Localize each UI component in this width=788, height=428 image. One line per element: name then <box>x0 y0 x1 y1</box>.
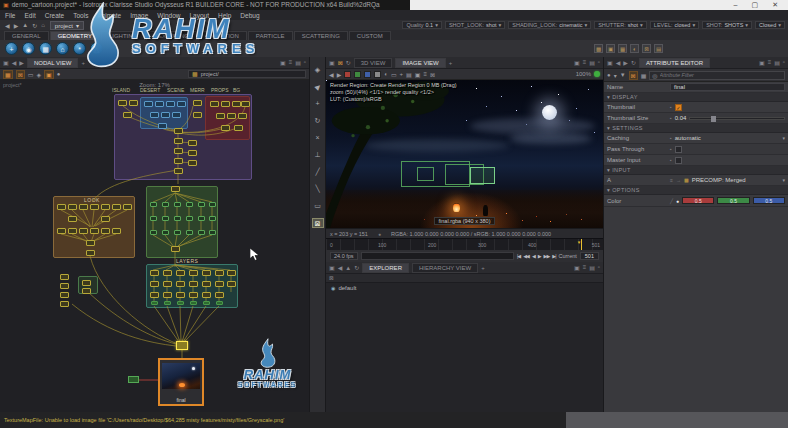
go-start-button[interactable]: |◀ <box>517 253 520 259</box>
graph-node[interactable] <box>193 100 202 106</box>
camera-lock-icon[interactable]: ⊠ <box>338 59 343 66</box>
refresh-icon[interactable]: ↻ <box>354 264 359 271</box>
play-button[interactable]: ▶ <box>538 253 541 259</box>
thumbnail-checkbox[interactable]: ✓ <box>675 104 682 111</box>
focus-icon[interactable]: ◈ <box>36 71 41 78</box>
shot-look-dropdown[interactable]: SHOT_LOOK:shot▾ <box>445 21 505 29</box>
prev-key-button[interactable]: ◀◀ <box>523 253 529 259</box>
section-display[interactable]: ▾ DISPLAY <box>604 93 788 102</box>
graph-node[interactable] <box>162 230 169 235</box>
project-tab[interactable]: project ▾ <box>50 21 84 30</box>
filter-icon[interactable]: ⊠ <box>329 275 334 281</box>
expand-all-icon[interactable]: ▦ <box>641 72 647 79</box>
graph-node[interactable] <box>150 202 157 207</box>
region-icon[interactable]: ⊠ <box>430 71 435 78</box>
graph-node[interactable] <box>150 292 159 298</box>
closed-dropdown[interactable]: Closed▾ <box>755 21 785 29</box>
graph-node[interactable] <box>163 292 172 298</box>
shelf-tool-icon[interactable]: ▩ <box>594 44 603 53</box>
nodal-breadcrumb[interactable]: ▩ project/ <box>188 70 306 78</box>
back-icon[interactable]: ◀ <box>338 264 343 271</box>
forward-icon[interactable]: ▶ <box>623 59 628 66</box>
graph-node[interactable] <box>60 274 69 280</box>
menu-image[interactable]: Image <box>130 12 148 19</box>
graph-node[interactable] <box>202 270 211 276</box>
graph-node[interactable] <box>174 158 183 164</box>
detach-icon[interactable]: ▫ <box>783 59 785 66</box>
graph-node[interactable] <box>198 230 205 235</box>
tab-scattering[interactable]: SCATTERING <box>294 31 348 40</box>
frame-tool-icon[interactable]: ▭ <box>312 201 324 211</box>
panel-menu-icon[interactable]: ▣ <box>329 59 335 66</box>
split-icon[interactable]: ▣ <box>759 59 765 66</box>
graph-node[interactable] <box>186 202 193 207</box>
create-cone-icon[interactable]: △ <box>90 42 103 55</box>
graph-node[interactable] <box>221 101 230 107</box>
graph-node[interactable] <box>177 301 184 305</box>
red-channel-toggle[interactable] <box>344 71 351 78</box>
tab-hierarchy-view[interactable]: HIERARCHY VIEW <box>412 263 478 273</box>
overview-icon[interactable]: ▣ <box>44 70 54 79</box>
graph-node[interactable] <box>188 140 197 146</box>
back-icon[interactable]: ◀ <box>12 59 17 66</box>
shading-look-dropdown[interactable]: SHADING_LOOK:cinematic▾ <box>508 21 591 29</box>
layout-icon[interactable]: ▤ <box>589 264 595 271</box>
color-r-field[interactable]: 0.5 <box>682 197 714 204</box>
section-settings[interactable]: ▾ SETTINGS <box>604 124 788 133</box>
shutter-dropdown[interactable]: SHUTTER:shot▾ <box>594 21 647 29</box>
graph-node[interactable] <box>186 216 193 221</box>
detach-icon[interactable]: ▫ <box>304 59 306 66</box>
graph-node[interactable] <box>129 100 138 106</box>
blue-channel-toggle[interactable] <box>364 71 371 78</box>
fps-field[interactable]: 24.0 fps <box>330 252 358 260</box>
scale-tool-icon[interactable]: × <box>312 133 324 143</box>
pin-attributes-icon[interactable]: ⊠ <box>629 71 638 80</box>
tab-nodal-view[interactable]: NODAL VIEW <box>27 58 78 68</box>
add-tab-icon[interactable]: + <box>481 265 485 271</box>
quality-dropdown[interactable]: Quality0.1▾ <box>402 21 442 29</box>
maximize-icon[interactable]: ▢ <box>752 0 759 10</box>
shelf-tool-icon[interactable]: ▤ <box>654 44 663 53</box>
section-options[interactable]: ▾ OPTIONS <box>604 186 788 195</box>
detach-icon[interactable]: ▫ <box>598 264 600 271</box>
graph-node[interactable] <box>101 228 110 234</box>
thumbnail-size-value[interactable]: 0.04 <box>675 115 687 121</box>
graph-node[interactable] <box>171 186 180 192</box>
graph-node[interactable] <box>209 202 216 207</box>
graph-node[interactable] <box>209 216 216 221</box>
minimize-icon[interactable]: – <box>734 0 738 10</box>
graph-node[interactable] <box>202 292 211 298</box>
script-flag-icon[interactable]: ▪ <box>670 104 672 110</box>
menu-icon[interactable]: ≡ <box>768 59 772 66</box>
create-grid-icon[interactable]: ▦ <box>39 42 52 55</box>
next-image-icon[interactable]: ▶ <box>337 71 342 78</box>
graph-node[interactable] <box>234 125 243 131</box>
menu-create[interactable]: Create <box>45 12 65 19</box>
graph-node[interactable] <box>232 101 241 107</box>
graph-node[interactable] <box>79 204 88 210</box>
graph-node[interactable] <box>189 270 198 276</box>
pen-tool-icon[interactable]: ╱ <box>312 167 324 177</box>
pass-through-checkbox[interactable] <box>675 146 682 153</box>
tab-image-view[interactable]: IMAGE VIEW <box>395 58 445 68</box>
shelf-tool-icon[interactable]: ◐ <box>630 44 639 53</box>
create-polymesh-icon[interactable]: + <box>5 42 18 55</box>
graph-node[interactable] <box>68 228 77 234</box>
graph-node[interactable] <box>171 246 180 252</box>
split-icon[interactable]: ▣ <box>574 59 580 66</box>
shelf-tool-icon[interactable]: ▣ <box>606 44 615 53</box>
timeline[interactable]: 0 100 200 300 400 501 ▾ <box>326 238 603 250</box>
graph-node[interactable] <box>241 101 250 107</box>
panel-menu-icon[interactable]: ▣ <box>3 59 9 66</box>
graph-node[interactable] <box>188 150 197 156</box>
graph-node[interactable] <box>151 301 158 305</box>
translate-tool-icon[interactable]: + <box>312 99 324 109</box>
menu-icon[interactable]: ≡ <box>583 59 587 66</box>
tab-3d-view[interactable]: 3D VIEW <box>354 58 393 68</box>
layout-icon[interactable]: ▤ <box>295 59 301 66</box>
graph-node[interactable] <box>90 228 99 234</box>
home-icon[interactable]: ⌂ <box>41 22 45 28</box>
graph-node[interactable] <box>216 113 225 119</box>
history-dropdown-icon[interactable]: ▾ <box>614 72 617 79</box>
graph-node[interactable] <box>238 113 247 119</box>
